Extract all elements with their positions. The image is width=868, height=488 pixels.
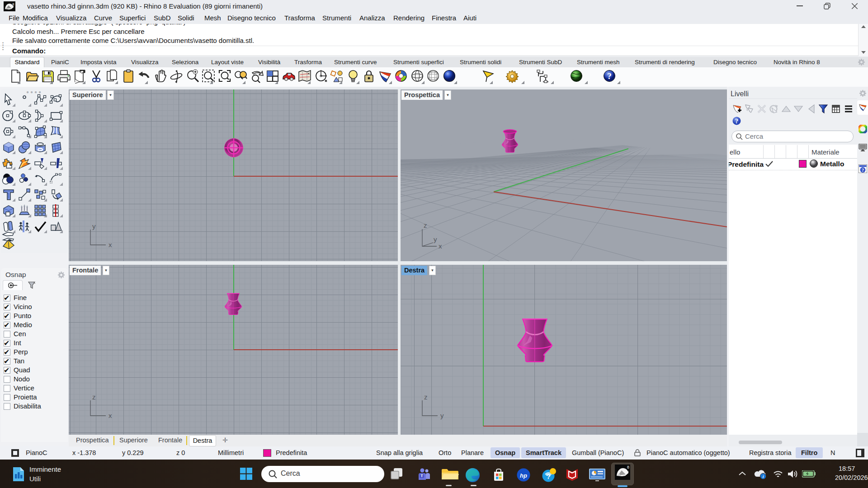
svg-text:z: z bbox=[424, 223, 427, 229]
svg-text:8: 8 bbox=[12, 2, 14, 6]
svg-text:x: x bbox=[439, 242, 442, 250]
svg-text:?: ? bbox=[607, 71, 612, 81]
svg-text:?: ? bbox=[735, 118, 738, 125]
svg-text:y: y bbox=[440, 412, 444, 419]
svg-text:y: y bbox=[92, 224, 96, 230]
svg-text:z: z bbox=[424, 395, 428, 401]
svg-text:x: x bbox=[108, 412, 112, 419]
svg-text:x: x bbox=[108, 241, 112, 249]
svg-text:8: 8 bbox=[627, 465, 629, 469]
svg-text:T: T bbox=[420, 474, 423, 478]
svg-text:hp: hp bbox=[520, 472, 527, 479]
svg-text:?: ? bbox=[546, 473, 550, 480]
svg-text:z: z bbox=[92, 395, 96, 401]
svg-text:y: y bbox=[434, 235, 437, 243]
svg-text:?: ? bbox=[862, 168, 864, 173]
